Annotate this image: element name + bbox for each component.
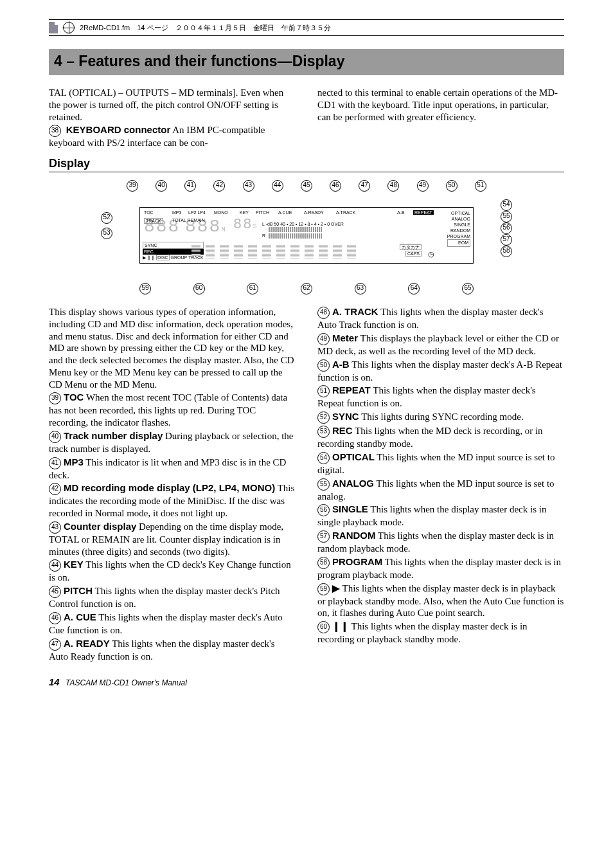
label-toc: TOC [144,210,154,215]
label-single: SINGLE [447,222,470,228]
page-number: 14 [49,676,60,687]
callout: 40 [155,180,167,192]
callout: 47 [359,180,370,192]
item-number-38: 38 [49,125,61,137]
body-columns: This display shows various types of oper… [49,306,564,662]
item-label: Track number display [64,430,163,441]
callout: 59 [139,283,151,294]
callout: 52 [101,212,112,224]
item-number: 57 [317,530,330,543]
item-label: A. TRACK [332,306,378,317]
item-number: 58 [317,557,330,569]
item-47: 47A. READY This lights when the display … [49,638,296,663]
item-label: REPEAT [332,384,371,395]
registration-mark-icon [63,22,75,33]
item-text: This indicator is lit when and MP3 disc … [49,457,286,480]
item-number: 53 [317,426,330,438]
item-number: 60 [317,621,330,633]
item-50: 50A-B This lights when the display maste… [317,359,564,384]
item-number: 59 [317,583,330,595]
item-label: SYNC [332,411,359,422]
display-heading: Display [49,157,564,172]
callout: 50 [446,180,458,192]
callout: 65 [462,283,474,294]
item-52: 52SYNC This lights during SYNC recording… [317,411,564,424]
label-group: GROUP [171,255,188,260]
footer-text: TASCAM MD-CD1 Owner's Manual [66,678,187,687]
callout: 41 [184,180,196,192]
callout: 53 [101,228,112,239]
item-58: 58PROGRAM This lights when the display m… [317,556,564,581]
item-number: 40 [49,431,61,443]
item-43: 43Counter display Depending on the time … [49,521,296,558]
character-matrix [191,245,356,259]
item-label: PROGRAM [332,556,382,567]
item-number: 51 [317,385,330,397]
callout: 56 [501,222,512,234]
callout: 42 [213,180,225,192]
item-53: 53REC This lights when the MD deck is re… [317,425,564,450]
item-label: A. READY [64,638,110,649]
item-59: 59▶ This lights when the display master … [317,583,564,620]
item-60: 60❙❙ This lights when the display master… [317,620,564,646]
callout: 64 [408,283,420,294]
page-footer: 14 TASCAM MD-CD1 Owner's Manual [49,676,564,687]
callout: 43 [243,180,254,192]
label-acue: A.CUE [278,210,292,215]
item-text: This lights when the CD deck's Key Chang… [49,559,291,583]
item-label: ▶ [332,583,340,593]
item-number: 54 [317,452,330,464]
callout: 63 [355,283,366,294]
callout: 44 [272,180,283,192]
diagram-panel: TOC MP3 LP2 LP4 MONO KEY PITCH A.CUE A.R… [139,207,474,264]
label-ab: A-B [397,210,405,215]
label-program: PROGRAM [447,233,470,239]
label-track: TRACK [144,218,163,224]
file-info-text: 2ReMD-CD1.fm 14 ページ ２００４年１１月５日 金曜日 午前７時３… [80,23,331,33]
callout: 60 [193,283,205,294]
item-text: When the most recent TOC (Table of Conte… [49,392,287,428]
item-number: 44 [49,559,61,572]
body-intro: This display shows various types of oper… [49,306,296,390]
item-44: 44KEY This lights when the CD deck's Key… [49,559,296,584]
item-number: 47 [49,638,61,651]
counter-sec-digits: 88S [233,217,258,233]
item-text: This lights when the display master deck… [317,583,564,619]
item-number: 52 [317,411,330,424]
item-text: This lights during SYNC recording mode. [361,411,523,422]
label-caps: CAPS [405,251,422,257]
label-total-remain: TOTAL REMAIN [172,218,205,222]
label-random: RANDOM [447,228,470,233]
label-eom: EOM [447,239,470,246]
section-title: 4 – Features and their functions—Display [54,53,559,70]
item-41: 41MP3 This indicator is lit when and MP3… [49,457,296,482]
item-label: RANDOM [332,530,376,541]
item-number: 50 [317,359,330,372]
item-48: 48A. TRACK This lights when the display … [317,306,564,331]
label-repeat: REPEAT [413,210,434,215]
item-number: 39 [49,392,61,404]
label-mp3: MP3 [172,210,181,215]
label-optical: OPTICAL [447,210,470,216]
label-mono: MONO [214,210,228,215]
callout: 46 [330,180,341,192]
item-56: 56SINGLE This lights when the display ma… [317,503,564,529]
diagram-bottom-callouts: 59 60 61 62 63 64 65 [101,283,512,294]
callout: 54 [501,199,512,211]
clock-icon: ◷ [428,251,434,258]
item-label: A-B [332,359,350,370]
item-label: KEY [64,559,84,570]
intro-columns: TAL (OPTICAL) – OUTPUTS – MD terminals].… [49,87,564,149]
item-label: Meter [332,332,358,343]
file-info-strip: 2ReMD-CD1.fm 14 ページ ２００４年１１月５日 金曜日 午前７時３… [49,19,564,36]
callout: 49 [417,180,429,192]
label-kana: カタカナ [400,244,422,250]
item-label: MD recording mode display (LP2, LP4, MON… [64,482,275,493]
meter-r-label: R [262,233,265,238]
callout: 39 [127,180,138,192]
item-40: 40Track number display During playback o… [49,430,296,455]
diagram-right-labels: OPTICAL ANALOG SINGLE RANDOM PROGRAM EOM [447,210,470,247]
item-label: ANALOG [332,478,374,489]
callout: 62 [301,283,312,294]
item-54: 54OPTICAL This lights when the MD input … [317,451,564,476]
